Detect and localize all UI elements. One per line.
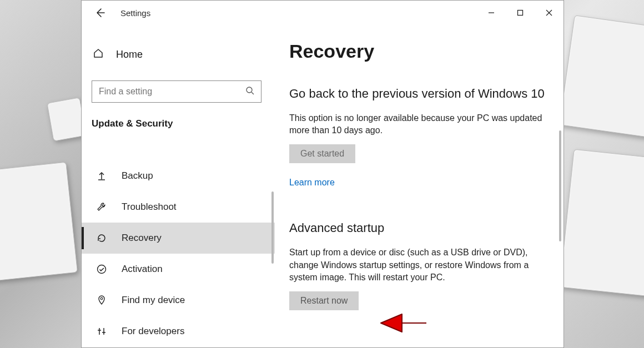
settings-window: Settings Home — [81, 0, 564, 348]
sidebar-item-label: Activation — [122, 264, 163, 275]
goback-description: This option is no longer available becau… — [289, 112, 549, 137]
arrow-left-icon — [94, 7, 105, 18]
maximize-icon — [517, 9, 524, 16]
search-icon — [245, 86, 254, 97]
learn-more-link[interactable]: Learn more — [289, 178, 335, 188]
sidebar-item-for-developers[interactable]: For developers — [82, 316, 275, 347]
backup-icon — [95, 170, 108, 181]
sidebar-item-label: Backup — [122, 170, 153, 181]
section-advanced-startup: Advanced startup Start up from a device … — [289, 220, 549, 310]
sidebar-item-label: Find my device — [122, 295, 185, 306]
content-pane: Recovery Go back to the previous version… — [275, 25, 564, 347]
wrench-icon — [95, 201, 108, 213]
section-go-back: Go back to the previous version of Windo… — [289, 85, 549, 188]
sidebar-item-label: For developers — [122, 326, 184, 337]
back-button[interactable] — [92, 4, 108, 21]
sidebar-item-activation[interactable]: Activation — [82, 254, 275, 285]
close-button[interactable] — [535, 1, 564, 24]
minimize-icon — [488, 9, 495, 16]
advanced-heading: Advanced startup — [289, 220, 549, 236]
sidebar-scrollbar[interactable] — [271, 191, 274, 264]
sidebar-item-backup[interactable]: Backup — [82, 160, 275, 191]
page-title: Recovery — [289, 41, 549, 62]
svg-point-9 — [100, 297, 103, 300]
sidebar-nav: Backup Troubleshoot Recovery — [82, 160, 275, 347]
content-scrollbar[interactable] — [559, 130, 561, 241]
search-box[interactable] — [92, 80, 261, 103]
svg-rect-1 — [518, 11, 523, 16]
restart-now-button[interactable]: Restart now — [289, 291, 359, 310]
sidebar: Home Update & Security Backup — [82, 25, 275, 347]
developers-icon — [95, 326, 108, 337]
close-icon — [546, 9, 552, 16]
goback-heading: Go back to the previous version of Windo… — [289, 85, 549, 102]
location-icon — [95, 295, 108, 306]
sidebar-item-label: Recovery — [122, 233, 162, 244]
window-title: Settings — [120, 8, 150, 18]
sidebar-item-windows-insider[interactable]: Windows Insider Program — [82, 347, 275, 347]
svg-line-5 — [251, 92, 254, 94]
sidebar-item-label: Troubleshoot — [122, 201, 177, 213]
home-nav[interactable]: Home — [82, 41, 275, 68]
recovery-icon — [95, 233, 108, 244]
sidebar-item-recovery[interactable]: Recovery — [82, 223, 275, 254]
get-started-button[interactable]: Get started — [289, 144, 355, 163]
minimize-button[interactable] — [477, 1, 506, 24]
sidebar-item-troubleshoot[interactable]: Troubleshoot — [82, 191, 275, 223]
maximize-button[interactable] — [506, 1, 535, 24]
checkmark-icon — [95, 264, 108, 275]
sidebar-item-find-my-device[interactable]: Find my device — [82, 285, 275, 316]
home-label: Home — [116, 49, 143, 60]
svg-point-4 — [246, 87, 252, 93]
search-input[interactable] — [99, 87, 245, 97]
titlebar: Settings — [82, 1, 564, 25]
home-icon — [93, 48, 104, 61]
svg-point-8 — [98, 265, 106, 274]
sidebar-section-heading: Update & Security — [92, 118, 275, 129]
advanced-description: Start up from a device or disc (such as … — [289, 246, 549, 284]
